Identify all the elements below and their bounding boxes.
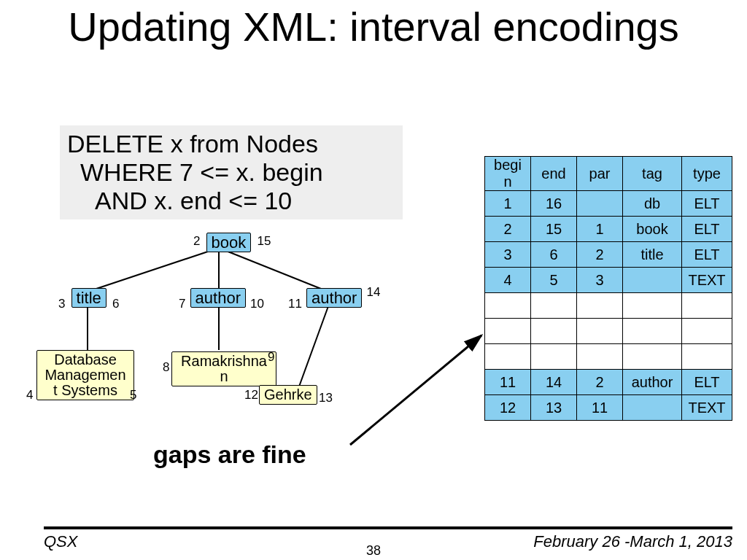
dbms-text3: t Systems bbox=[53, 382, 117, 398]
cell-p bbox=[577, 344, 623, 370]
cell-type bbox=[682, 293, 732, 319]
dbms-left: 4 bbox=[26, 388, 33, 402]
page-number: 38 bbox=[0, 543, 747, 559]
rama-t2: n bbox=[220, 368, 228, 384]
cell-type: ELT bbox=[682, 242, 732, 268]
table-row: 453TEXT bbox=[485, 268, 732, 293]
author1-label: author bbox=[190, 288, 246, 308]
cell-tag bbox=[623, 319, 682, 344]
table-row: 121311TEXT bbox=[485, 395, 732, 421]
table-row: 2151bookELT bbox=[485, 217, 732, 242]
node-dbms: 4 Database Managemen t Systems 5 bbox=[36, 350, 134, 400]
cell-tag: author bbox=[623, 370, 682, 395]
table-row: 116dbELT bbox=[485, 191, 732, 217]
cell-e: 6 bbox=[531, 242, 577, 268]
cell-b: 1 bbox=[485, 191, 531, 217]
cell-p bbox=[577, 293, 623, 319]
table-row bbox=[485, 319, 732, 344]
col-tag: tag bbox=[623, 157, 682, 191]
cell-tag bbox=[623, 268, 682, 293]
tree-diagram: 2 book 15 3 title 6 7 author 10 11 autho… bbox=[15, 226, 394, 445]
author1-left: 7 bbox=[179, 297, 185, 311]
cell-e bbox=[531, 319, 577, 344]
rama-right: 9 bbox=[268, 350, 274, 365]
cell-e: 13 bbox=[531, 395, 577, 421]
cell-tag bbox=[623, 293, 682, 319]
author1-right: 10 bbox=[250, 297, 264, 311]
cell-b bbox=[485, 344, 531, 370]
gehrke-text: Gehrke bbox=[259, 385, 317, 405]
rama-left: 8 bbox=[163, 360, 169, 375]
node-author1: 7 author 10 bbox=[179, 289, 264, 308]
cell-tag: title bbox=[623, 242, 682, 268]
cell-type bbox=[682, 319, 732, 344]
cell-type: ELT bbox=[682, 191, 732, 217]
table-row bbox=[485, 293, 732, 319]
author2-left: 11 bbox=[288, 297, 302, 311]
cell-p bbox=[577, 191, 623, 217]
cell-e bbox=[531, 293, 577, 319]
cell-b bbox=[485, 293, 531, 319]
nodes-table: begi n end par tag type 116dbELT2151book… bbox=[484, 156, 732, 421]
title-left: 3 bbox=[58, 297, 65, 311]
dbms-text2: Managemen bbox=[44, 367, 125, 383]
cell-e: 5 bbox=[531, 268, 577, 293]
cell-p: 2 bbox=[577, 242, 623, 268]
cell-p: 11 bbox=[577, 395, 623, 421]
table-header-row: begi n end par tag type bbox=[485, 157, 732, 191]
arrow-icon bbox=[343, 328, 503, 452]
svg-line-0 bbox=[88, 248, 219, 292]
rama-text: Ramakrishna n bbox=[171, 351, 276, 386]
slide: Updating XML: interval encodings DELETE … bbox=[0, 0, 747, 560]
node-book: 2 book 15 bbox=[193, 233, 271, 252]
gehrke-left: 12 bbox=[244, 388, 258, 402]
svg-line-6 bbox=[350, 335, 481, 445]
cell-type: TEXT bbox=[682, 268, 732, 293]
col-end: end bbox=[531, 157, 577, 191]
gaps-text: gaps are fine bbox=[153, 440, 306, 469]
sql-box: DELETE x from Nodes WHERE 7 <= x. begin … bbox=[60, 125, 403, 219]
book-left: 2 bbox=[193, 234, 200, 248]
cell-p: 2 bbox=[577, 370, 623, 395]
author2-right: 14 bbox=[367, 285, 381, 299]
table-row: 11142authorELT bbox=[485, 370, 732, 395]
footer-line bbox=[44, 526, 732, 529]
sql-line-2: WHERE 7 <= x. begin bbox=[67, 158, 395, 187]
cell-e: 16 bbox=[531, 191, 577, 217]
node-gehrke: 12 Gehrke 13 bbox=[259, 385, 317, 405]
cell-b: 12 bbox=[485, 395, 531, 421]
title-right: 6 bbox=[112, 297, 119, 311]
dbms-right: 5 bbox=[130, 388, 136, 402]
book-label: book bbox=[206, 233, 252, 252]
cell-e: 15 bbox=[531, 217, 577, 242]
svg-line-2 bbox=[219, 248, 328, 292]
cell-type: ELT bbox=[682, 370, 732, 395]
cell-b bbox=[485, 319, 531, 344]
cell-type: ELT bbox=[682, 217, 732, 242]
cell-b: 3 bbox=[485, 242, 531, 268]
cell-tag bbox=[623, 395, 682, 421]
node-title: 3 title 6 bbox=[58, 289, 119, 308]
dbms-text1: Database bbox=[54, 351, 117, 368]
author2-label: author bbox=[306, 288, 362, 308]
cell-p: 3 bbox=[577, 268, 623, 293]
col-par: par bbox=[577, 157, 623, 191]
svg-line-5 bbox=[299, 306, 328, 386]
cell-p: 1 bbox=[577, 217, 623, 242]
node-rama: 8 Ramakrishna n 9 bbox=[171, 351, 276, 386]
cell-e: 14 bbox=[531, 370, 577, 395]
cell-b: 11 bbox=[485, 370, 531, 395]
cell-e bbox=[531, 344, 577, 370]
book-right: 15 bbox=[257, 234, 271, 248]
cell-p bbox=[577, 319, 623, 344]
node-author2: 11 author 14 bbox=[288, 289, 380, 308]
cell-b: 2 bbox=[485, 217, 531, 242]
cell-type: TEXT bbox=[682, 395, 732, 421]
cell-b: 4 bbox=[485, 268, 531, 293]
title-label: title bbox=[71, 288, 107, 308]
slide-title: Updating XML: interval encodings bbox=[0, 0, 747, 49]
cell-type bbox=[682, 344, 732, 370]
cell-tag: book bbox=[623, 217, 682, 242]
dbms-text: Database Managemen t Systems bbox=[36, 350, 134, 400]
table-row bbox=[485, 344, 732, 370]
